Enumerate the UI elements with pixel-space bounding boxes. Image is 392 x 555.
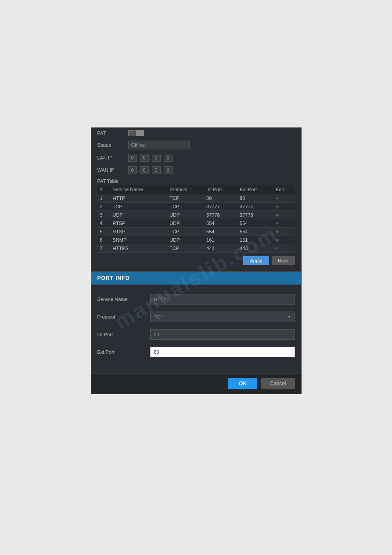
- cell-int-port: 443: [204, 244, 237, 253]
- status-input[interactable]: [128, 141, 190, 149]
- table-row: 4 RTSP UDP 554 554 ✏: [97, 219, 295, 228]
- protocol-row: Protocol TCP UDP: [97, 312, 295, 322]
- cell-num: 6: [97, 236, 110, 244]
- cell-num: 7: [97, 244, 110, 253]
- cell-ext-port: 37778: [237, 211, 273, 219]
- ok-button[interactable]: OK: [228, 378, 257, 389]
- col-protocol: Protocol: [167, 185, 204, 194]
- cell-ext-port: 554: [237, 219, 273, 228]
- table-row: 3 UDP UDP 37778 37778 ✏: [97, 211, 295, 219]
- cell-edit[interactable]: ✏: [273, 203, 295, 211]
- cell-num: 5: [97, 228, 110, 236]
- col-ext-port: Ext.Port: [237, 185, 273, 194]
- toggle-right: [136, 131, 144, 136]
- lan-ip-label: LAN IP: [97, 155, 128, 160]
- back-button[interactable]: Back: [272, 256, 295, 265]
- port-info-footer: OK Cancel: [91, 373, 301, 394]
- wan-ip-3[interactable]: [152, 166, 161, 174]
- pat-table: # Service Name Protocol Int.Port Ext.Por…: [97, 185, 295, 253]
- table-row: 1 HTTP TCP 80 80 ✏: [97, 194, 295, 203]
- lan-ip-1[interactable]: [128, 154, 137, 162]
- cell-protocol: UDP: [167, 236, 204, 244]
- int-port-row: Int.Port: [97, 329, 295, 340]
- apply-button[interactable]: Apply: [243, 256, 270, 265]
- ext-port-label: Ext.Port: [97, 349, 150, 355]
- ext-port-row: Ext.Port: [97, 347, 295, 357]
- lan-ip-group: . . .: [128, 154, 173, 162]
- cell-service-name: HTTPS: [110, 244, 167, 253]
- cell-service-name: RTSP: [110, 228, 167, 236]
- cell-num: 2: [97, 203, 110, 211]
- cell-protocol: TCP: [167, 203, 204, 211]
- lan-ip-3[interactable]: [152, 154, 161, 162]
- pat-row: PAT: [91, 128, 301, 138]
- table-row: 7 HTTPS TCP 443 443 ✏: [97, 244, 295, 253]
- service-name-input[interactable]: [150, 294, 295, 305]
- cell-ext-port: 161: [237, 236, 273, 244]
- pat-panel: PAT Status LAN IP . . . WAN IP: [91, 127, 302, 272]
- cell-num: 3: [97, 211, 110, 219]
- int-port-label: Int.Port: [97, 332, 150, 337]
- cell-edit[interactable]: ✏: [273, 228, 295, 236]
- wan-ip-4[interactable]: [164, 166, 173, 174]
- ext-port-input[interactable]: [150, 347, 295, 357]
- cell-service-name: SNMP: [110, 236, 167, 244]
- pat-btn-row: Apply Back: [91, 253, 301, 267]
- cell-protocol: UDP: [167, 219, 204, 228]
- cell-num: 1: [97, 194, 110, 203]
- protocol-label: Protocol: [97, 314, 150, 319]
- cell-service-name: HTTP: [110, 194, 167, 203]
- cell-int-port: 80: [204, 194, 237, 203]
- edit-icon[interactable]: ✏: [276, 246, 279, 251]
- cell-edit[interactable]: ✏: [273, 194, 295, 203]
- port-info-header: PORT INFO: [91, 272, 301, 285]
- col-service-name: Service Name: [110, 185, 167, 194]
- edit-icon[interactable]: ✏: [276, 204, 279, 209]
- cell-protocol: TCP: [167, 228, 204, 236]
- edit-icon[interactable]: ✏: [276, 238, 279, 243]
- cell-edit[interactable]: ✏: [273, 244, 295, 253]
- service-name-label: Service Name: [97, 297, 150, 302]
- cell-num: 4: [97, 219, 110, 228]
- lan-ip-2[interactable]: [140, 154, 149, 162]
- col-int-port: Int.Port: [204, 185, 237, 194]
- status-label: Status: [97, 142, 128, 148]
- page-wrapper: PAT Status LAN IP . . . WAN IP: [0, 0, 392, 555]
- pat-label: PAT: [97, 131, 128, 136]
- edit-icon[interactable]: ✏: [276, 221, 279, 226]
- cell-ext-port: 554: [237, 228, 273, 236]
- cell-ext-port: 443: [237, 244, 273, 253]
- protocol-select-wrapper: TCP UDP: [150, 312, 295, 322]
- table-header-row: # Service Name Protocol Int.Port Ext.Por…: [97, 185, 295, 194]
- wan-ip-1[interactable]: [128, 166, 137, 174]
- wan-ip-group: . . .: [128, 166, 173, 174]
- toggle-left: [129, 131, 136, 136]
- edit-icon[interactable]: ✏: [276, 213, 279, 218]
- cell-service-name: RTSP: [110, 219, 167, 228]
- table-row: 6 SNMP UDP 161 161 ✏: [97, 236, 295, 244]
- cell-service-name: TCP: [110, 203, 167, 211]
- edit-icon[interactable]: ✏: [276, 229, 279, 234]
- int-port-input[interactable]: [150, 329, 295, 340]
- cell-protocol: TCP: [167, 194, 204, 203]
- edit-icon[interactable]: ✏: [276, 196, 279, 201]
- cell-edit[interactable]: ✏: [273, 219, 295, 228]
- cell-protocol: TCP: [167, 244, 204, 253]
- cell-protocol: UDP: [167, 211, 204, 219]
- cell-edit[interactable]: ✏: [273, 211, 295, 219]
- wan-ip-label: WAN IP: [97, 167, 128, 173]
- port-info-body: Service Name Protocol TCP UDP Int.Port E…: [91, 285, 301, 373]
- table-row: 2 TCP TCP 37777 37777 ✏: [97, 203, 295, 211]
- protocol-select[interactable]: TCP UDP: [150, 312, 295, 322]
- lan-ip-4[interactable]: [164, 154, 173, 162]
- cell-ext-port: 37777: [237, 203, 273, 211]
- pat-table-label: PAT Table: [91, 176, 301, 185]
- pat-toggle[interactable]: [128, 130, 144, 136]
- wan-ip-2[interactable]: [140, 166, 149, 174]
- cell-int-port: 554: [204, 219, 237, 228]
- cell-edit[interactable]: ✏: [273, 236, 295, 244]
- lan-ip-row: LAN IP . . .: [91, 152, 301, 164]
- service-name-row: Service Name: [97, 294, 295, 305]
- cancel-button[interactable]: Cancel: [261, 378, 295, 389]
- cell-service-name: UDP: [110, 211, 167, 219]
